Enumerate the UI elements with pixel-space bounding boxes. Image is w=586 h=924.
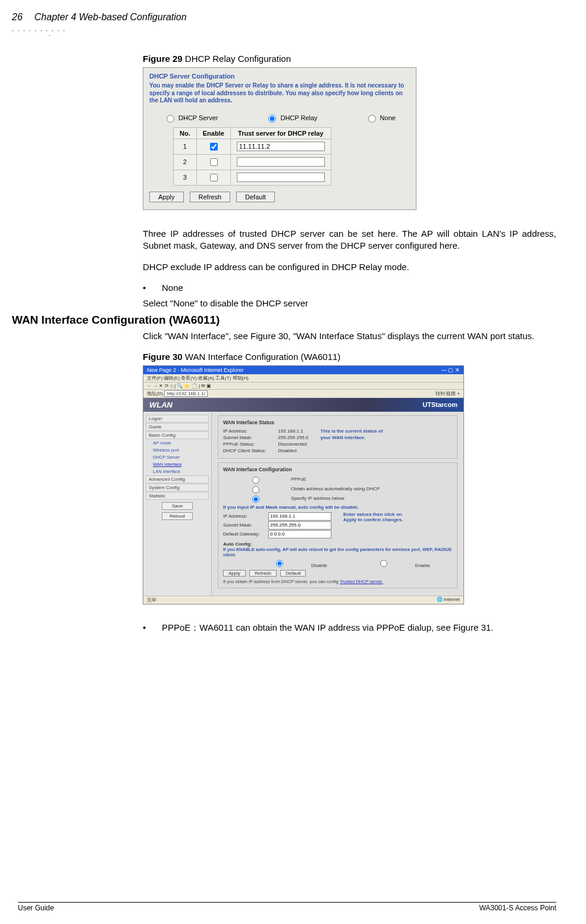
- wan-config-group: WAN Interface Configuration PPPoE Obtain…: [218, 462, 457, 588]
- cfg-ip-input[interactable]: [268, 512, 331, 521]
- radio-dhcp-relay-input[interactable]: [268, 115, 276, 123]
- refresh-button[interactable]: Refresh: [190, 192, 231, 202]
- th-enable: Enable: [196, 127, 230, 139]
- radio-auto-disable[interactable]: Disable: [247, 558, 327, 568]
- status-bar: 完毕 🌐 Internet: [143, 596, 463, 604]
- cfg-ip-label: IP Address:: [223, 513, 265, 519]
- reboot-button[interactable]: Reboot: [162, 512, 193, 520]
- figure29-panel: DHCP Server Configuration You may enable…: [143, 67, 416, 210]
- sidebar-sub-wan[interactable]: WAN Interface: [146, 461, 209, 468]
- trust-ip-input-1[interactable]: [237, 142, 325, 151]
- address-input[interactable]: http://192.168.1.1/: [164, 390, 208, 397]
- dhcp-hint: You may enable the DHCP Server or Relay …: [149, 82, 410, 105]
- window-controls-icon[interactable]: — ▢ ✕: [441, 367, 460, 373]
- enable-checkbox-3[interactable]: [210, 174, 218, 181]
- th-no: No.: [174, 127, 197, 139]
- bullet-dot-icon: •: [143, 283, 148, 293]
- status-pppoe-label: PPPoE Status:: [223, 441, 255, 447]
- dhcp-group-title: DHCP Server Configuration: [149, 73, 410, 80]
- cfg-default-button[interactable]: Default: [280, 570, 306, 577]
- sidebar: Logon Guide Basic Config AP mode Wireles…: [143, 412, 212, 596]
- status-pppoe-value: Disconnected: [278, 441, 308, 447]
- go-button[interactable]: 转到: [435, 391, 445, 396]
- decorative-dots: [12, 27, 556, 36]
- apply-button[interactable]: Apply: [149, 192, 184, 202]
- th-trust: Trust server for DHCP relay: [230, 127, 331, 139]
- page-footer: User Guide WA3001-S Access Point: [18, 902, 556, 912]
- radio-dhcp-server-input[interactable]: [167, 115, 174, 123]
- cfg-refresh-button[interactable]: Refresh: [249, 570, 277, 577]
- sidebar-sub-dhcp[interactable]: DHCP Server: [146, 454, 209, 461]
- ut-brand: UTStarcom: [422, 401, 457, 408]
- cfg-apply-button[interactable]: Apply: [223, 570, 246, 577]
- figure30-caption-bold: Figure 30: [143, 352, 183, 362]
- radio-pppoe-label: PPPoE: [291, 477, 306, 482]
- enable-checkbox-1[interactable]: [210, 143, 218, 151]
- sidebar-sub-apmode[interactable]: AP mode: [146, 440, 209, 446]
- cfg-gw-label: Default Gateway:: [223, 531, 265, 537]
- cfg-mask-input[interactable]: [268, 521, 331, 530]
- status-zone: Internet: [444, 597, 460, 602]
- sidebar-item-advanced[interactable]: Advanced Config: [146, 475, 209, 483]
- status-ip-label: IP Address:: [223, 428, 247, 434]
- sidebar-item-statistic[interactable]: Statistic: [146, 492, 209, 500]
- links-label: 链接: [446, 391, 456, 396]
- radio-dhcp-server[interactable]: DHCP Server: [164, 113, 218, 123]
- trusted-dhcp-link[interactable]: Trusted DHCP server.: [340, 579, 383, 584]
- radio-pppoe[interactable]: [226, 477, 286, 484]
- toolbar[interactable]: ← → ✕ ⟳ ⌂ | 🔍 ⭐ 📋 | ✉ ▣: [143, 383, 463, 390]
- window-title: New Page 2 - Microsoft Internet Explorer: [147, 367, 244, 373]
- radio-dhcp-auto-label: Obtain address automatically using DHCP: [291, 486, 380, 491]
- radio-dhcp-relay[interactable]: DHCP Relay: [265, 113, 317, 123]
- sidebar-item-guide[interactable]: Guide: [146, 423, 209, 431]
- wan-paragraph: Click "WAN Interface", see Figure 30, "W…: [143, 330, 556, 342]
- status-mask-value: 255.255.255.0: [278, 434, 308, 441]
- bullet-none: • None: [143, 283, 556, 293]
- apply-hint: Enter values then click on Apply to conf…: [343, 512, 409, 539]
- footer-left: User Guide: [18, 904, 54, 912]
- table-row: 2: [174, 154, 331, 170]
- radio-manual-ip[interactable]: [226, 496, 286, 503]
- sidebar-sub-wireless[interactable]: Wireless port: [146, 447, 209, 453]
- enable-checkbox-2[interactable]: [210, 158, 218, 166]
- trust-ip-input-2[interactable]: [237, 157, 325, 167]
- sidebar-item-system[interactable]: System Config: [146, 484, 209, 491]
- default-button[interactable]: Default: [236, 192, 275, 202]
- cfg-gw-input[interactable]: [268, 530, 331, 538]
- cell-no-3: 3: [174, 170, 197, 185]
- dhcp-mode-radios: DHCP Server DHCP Relay None: [149, 111, 410, 127]
- chapter-title: Chapter 4 Web-based Configuration: [35, 12, 187, 23]
- save-button[interactable]: Save: [162, 502, 193, 510]
- radio-dhcp-relay-label: DHCP Relay: [280, 114, 317, 121]
- figure29-caption-bold: Figure 29: [143, 54, 183, 64]
- menubar[interactable]: 文件(F) 编辑(E) 查看(V) 收藏(A) 工具(T) 帮助(H): [143, 374, 463, 383]
- radio-none[interactable]: None: [365, 113, 396, 123]
- wan-heading: WAN Interface Configuration (WA6011): [12, 314, 556, 327]
- paragraph-select-none: Select "None" to disable the DHCP server: [143, 297, 556, 309]
- radio-dhcp-auto[interactable]: [226, 486, 286, 493]
- cfg-mask-label: Subnet Mask:: [223, 522, 265, 528]
- sidebar-sub-lan[interactable]: LAN Interface: [146, 468, 209, 475]
- radio-none-input[interactable]: [368, 115, 376, 123]
- page-header: 26 Chapter 4 Web-based Configuration: [12, 12, 556, 23]
- trust-ip-input-3[interactable]: [237, 173, 325, 182]
- autoconfig-title: Auto Config:: [223, 541, 452, 547]
- foot-hint: If you obtain IP address from DHCP serve…: [223, 579, 452, 584]
- bullet-none-text: None: [162, 283, 183, 293]
- page-number: 26: [12, 12, 23, 23]
- cell-no-2: 2: [174, 154, 197, 170]
- window-titlebar: New Page 2 - Microsoft Internet Explorer…: [143, 366, 463, 374]
- radio-none-label: None: [380, 114, 396, 121]
- bullet-pppoe: • PPPoE：WA6011 can obtain the WAN IP add…: [143, 622, 556, 634]
- status-mask-label: Subnet Mask:: [223, 435, 252, 440]
- manual-warn: If you input IP and Mask manual, auto co…: [223, 505, 452, 510]
- status-ip-value: 192.168.1.1: [278, 428, 308, 434]
- wlan-banner: WLAN UTStarcom: [143, 398, 463, 412]
- address-label: 地址(D): [147, 391, 163, 396]
- paragraph-trusted-dhcp: Three IP addresses of trusted DHCP serve…: [143, 228, 556, 252]
- main-panel: WAN Interface Status IP Address: Subnet …: [212, 412, 463, 596]
- wan-config-title: WAN Interface Configuration: [223, 466, 452, 472]
- sidebar-item-basic[interactable]: Basic Config: [146, 431, 209, 439]
- radio-auto-enable[interactable]: Enable: [351, 558, 430, 568]
- sidebar-item-logon[interactable]: Logon: [146, 415, 209, 422]
